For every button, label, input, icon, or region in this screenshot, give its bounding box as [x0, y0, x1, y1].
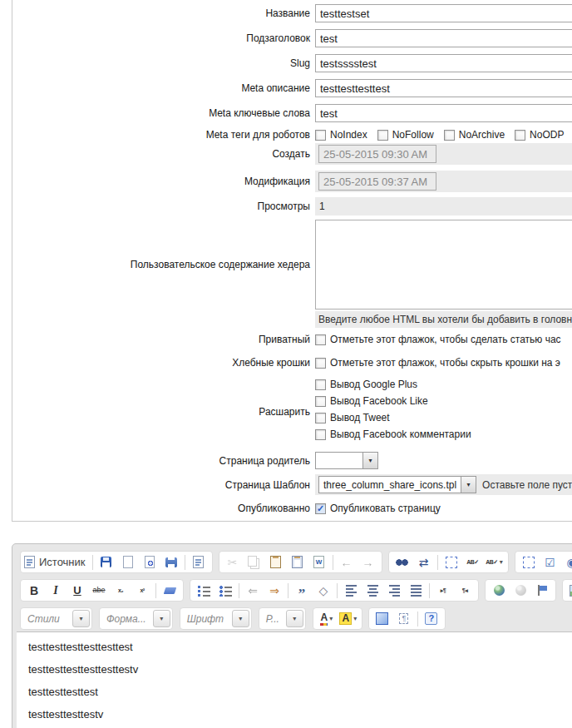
checkbox-field-icon[interactable]: ☑ [540, 552, 561, 572]
editor-paragraph[interactable]: testtesttesttest [28, 686, 572, 698]
modified-label: Модификация [12, 176, 315, 187]
meta-description-input[interactable] [315, 79, 572, 97]
anchor-icon[interactable] [531, 581, 553, 600]
paste-plain-text-icon[interactable] [287, 552, 308, 572]
create-div-icon[interactable]: ◇ [313, 581, 334, 600]
bulleted-list-icon[interactable] [214, 581, 236, 600]
page-template-select-value: three_column_share_icons.tpl [319, 477, 461, 493]
format-combo-label: Форма... [100, 613, 153, 625]
redo-icon[interactable]: → [358, 552, 379, 572]
undo-icon[interactable]: ← [336, 552, 358, 572]
font-combo[interactable]: Шрифт▾ [180, 607, 252, 630]
checkbox[interactable] [315, 413, 326, 423]
meta-robots-row: Meta теги для роботов NoIndexNoFollowNoA… [12, 129, 572, 141]
combo-arrow-icon[interactable]: ▾ [286, 610, 303, 627]
outdent-icon[interactable]: ⇐ [242, 581, 264, 600]
underline-button[interactable]: U [67, 581, 88, 600]
subtitle-input[interactable] [315, 29, 572, 47]
checkbox-option[interactable]: Вывод Facebook комментарии [315, 428, 471, 440]
about-icon[interactable]: ? [421, 609, 442, 628]
breadcrumbs-option[interactable]: Отметьте этот флажок, чтобы скрыть крошк… [315, 357, 560, 369]
editor-content-area[interactable]: testtesttesttesttesttesttesttesttesttest… [17, 631, 572, 728]
spellcheck-icon[interactable]: AB✓ [462, 552, 484, 572]
bold-button[interactable]: B [23, 581, 45, 600]
indent-icon[interactable]: ⇒ [264, 581, 285, 600]
editor-paragraph[interactable]: testtesttesttesttesttest [28, 641, 572, 653]
text-direction-ltr-icon[interactable]: ▸¶ [432, 581, 454, 600]
toolbar-separator [288, 583, 288, 598]
radio-field-icon[interactable]: ◉ [561, 552, 572, 572]
align-center-icon[interactable] [362, 581, 383, 600]
show-blocks-icon[interactable]: ¶ [393, 609, 415, 628]
image-icon[interactable] [565, 581, 572, 600]
hidden-field-icon[interactable] [518, 552, 540, 572]
italic-button[interactable]: I [45, 581, 67, 600]
copy-icon[interactable] [244, 552, 265, 572]
published-checkbox[interactable] [315, 503, 326, 514]
align-right-icon[interactable] [383, 581, 405, 600]
checkbox[interactable] [377, 130, 388, 141]
checkbox-option[interactable]: NoFollow [377, 129, 434, 141]
checkbox-option[interactable]: Вывод Facebook Like [315, 395, 428, 407]
published-option[interactable]: Опубликовать страницу [315, 503, 441, 514]
private-option[interactable]: Отметьте этот флажок, чтобы сделать стат… [315, 334, 561, 345]
checkbox-option[interactable]: Вывод Tweet [315, 412, 390, 423]
strikethrough-button[interactable]: abe [88, 581, 110, 600]
numbered-list-icon[interactable] [193, 581, 214, 600]
combo-arrow-icon[interactable]: ▾ [153, 610, 170, 627]
combo-arrow-icon[interactable]: ▾ [72, 610, 90, 627]
combo-arrow-icon[interactable]: ▾ [232, 610, 249, 627]
scayt-icon[interactable]: AB✓▾ [484, 552, 505, 572]
title-input[interactable] [315, 4, 572, 22]
slug-input[interactable] [315, 54, 572, 72]
editor-paragraph[interactable]: testtesttesttestv [28, 708, 572, 721]
breadcrumbs-checkbox[interactable] [315, 358, 326, 369]
page-template-select[interactable]: three_column_share_icons.tpl▾ [318, 476, 476, 493]
replace-icon[interactable]: ⇄ [413, 552, 435, 572]
cut-icon[interactable]: ✂ [222, 552, 244, 572]
maximize-icon[interactable] [372, 609, 393, 628]
parent-page-select[interactable]: ▾ [315, 452, 378, 469]
font-size-combo[interactable]: Р...▾ [259, 607, 306, 630]
checkbox[interactable] [315, 396, 326, 407]
preview-icon[interactable] [139, 552, 160, 572]
select-all-icon[interactable] [441, 552, 462, 572]
checkbox-option[interactable]: NoIndex [315, 129, 367, 141]
text-color-icon[interactable]: A▾ [316, 609, 338, 628]
align-left-icon[interactable] [340, 581, 362, 600]
checkbox[interactable] [444, 130, 455, 141]
paste-from-word-icon[interactable]: W [308, 552, 330, 572]
text-direction-rtl-icon[interactable]: ¶◂ [454, 581, 476, 600]
subscript-button[interactable]: x₂ [110, 581, 131, 600]
link-icon[interactable] [488, 581, 510, 600]
source-button[interactable]: Источник [23, 552, 90, 572]
remove-format-icon[interactable] [159, 581, 180, 600]
paste-icon[interactable] [265, 552, 287, 572]
checkbox[interactable] [515, 130, 525, 141]
background-color-icon[interactable]: A▾ [338, 609, 359, 628]
checkbox-option[interactable]: NoODP [515, 129, 564, 141]
superscript-button[interactable]: x² [131, 581, 153, 600]
checkbox-option[interactable]: NoArchive [444, 129, 505, 141]
toolbar-separator [155, 583, 156, 598]
align-justify-icon[interactable] [405, 581, 427, 600]
checkbox[interactable] [315, 429, 326, 440]
blockquote-icon[interactable]: ” [291, 581, 313, 600]
editor-paragraph[interactable]: testtesttesttesttesttestv [28, 663, 572, 676]
new-page-icon[interactable] [117, 552, 139, 572]
format-combo[interactable]: Форма...▾ [99, 607, 173, 630]
styles-combo[interactable]: Стили▾ [20, 607, 92, 630]
checkbox[interactable] [315, 130, 326, 141]
templates-icon[interactable] [188, 552, 210, 572]
custom-header-textarea[interactable] [315, 220, 572, 310]
checkbox-option[interactable]: Вывод Google Plus [315, 379, 417, 390]
find-icon[interactable] [392, 552, 413, 572]
save-icon[interactable] [96, 552, 117, 572]
unlink-icon[interactable] [510, 581, 531, 600]
select-arrow-icon[interactable]: ▾ [362, 453, 377, 468]
private-checkbox[interactable] [315, 334, 326, 345]
select-arrow-icon[interactable]: ▾ [461, 477, 476, 493]
print-icon[interactable] [160, 552, 182, 572]
meta-keywords-input[interactable] [315, 104, 572, 122]
checkbox[interactable] [315, 379, 326, 390]
